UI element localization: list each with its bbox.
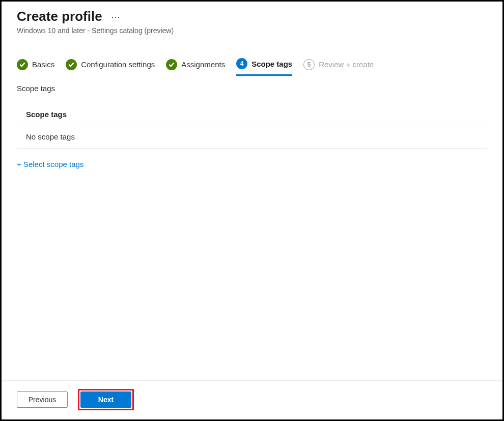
next-button-highlight: Next — [78, 389, 134, 410]
step-label: Basics — [32, 60, 54, 69]
more-icon[interactable]: ··· — [111, 12, 121, 21]
next-button[interactable]: Next — [80, 391, 131, 408]
scope-tags-empty-row: No scope tags — [17, 125, 487, 149]
step-label: Review + create — [319, 60, 374, 69]
scope-tags-table-header: Scope tags — [17, 100, 487, 125]
check-icon — [66, 59, 77, 70]
step-review-create: 5 Review + create — [303, 59, 374, 75]
title-row: Create profile ··· — [17, 9, 487, 24]
check-icon — [166, 59, 177, 70]
page-header: Create profile ··· Windows 10 and later … — [2, 2, 502, 39]
step-label: Scope tags — [251, 60, 292, 68]
page-title: Create profile — [17, 9, 102, 24]
step-scope-tags[interactable]: 4 Scope tags — [236, 58, 292, 76]
step-assignments[interactable]: Assignments — [166, 59, 225, 75]
section-label: Scope tags — [2, 81, 502, 100]
wizard-stepper: Basics Configuration settings Assignment… — [2, 39, 502, 81]
wizard-footer: Previous Next — [2, 380, 502, 419]
step-number-icon: 4 — [236, 58, 247, 69]
step-label: Assignments — [181, 60, 225, 69]
step-label: Configuration settings — [81, 60, 155, 69]
scope-tags-block: Scope tags No scope tags — [17, 100, 487, 149]
page-subtitle: Windows 10 and later - Settings catalog … — [17, 26, 487, 35]
select-scope-tags-link[interactable]: + Select scope tags — [17, 160, 83, 169]
check-icon — [17, 59, 28, 70]
previous-button[interactable]: Previous — [17, 391, 68, 408]
step-number-icon: 5 — [303, 59, 315, 70]
step-basics[interactable]: Basics — [17, 59, 54, 75]
step-configuration-settings[interactable]: Configuration settings — [66, 59, 155, 75]
